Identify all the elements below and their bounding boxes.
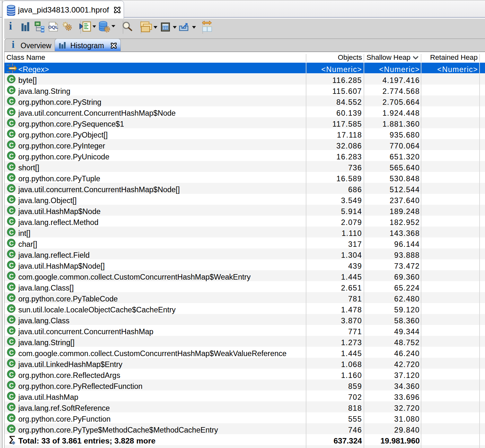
svg-text:C: C [9, 76, 13, 83]
svg-text:C: C [9, 218, 13, 225]
svg-text:C: C [9, 120, 13, 127]
svg-text:C: C [9, 371, 13, 378]
svg-text:C: C [9, 130, 13, 138]
svg-text:C: C [9, 87, 13, 94]
svg-text:C: C [9, 305, 13, 312]
svg-text:C: C [9, 283, 13, 291]
svg-text:C: C [9, 185, 13, 192]
svg-text:C: C [9, 152, 13, 159]
svg-text:C: C [9, 404, 13, 411]
svg-text:C: C [9, 229, 13, 236]
svg-text:C: C [9, 98, 13, 105]
svg-text:C: C [9, 426, 13, 433]
svg-text:C: C [9, 393, 13, 400]
svg-text:C: C [9, 327, 13, 334]
svg-text:C: C [9, 360, 13, 367]
svg-text:C: C [9, 141, 13, 148]
svg-text:C: C [9, 251, 13, 258]
svg-text:C: C [9, 262, 13, 269]
svg-text:i: i [12, 41, 15, 49]
svg-text:C: C [9, 240, 13, 247]
svg-text:C: C [9, 338, 13, 345]
svg-text:C: C [9, 109, 13, 116]
svg-text:C: C [9, 316, 13, 323]
svg-text:C: C [9, 196, 13, 203]
svg-text:C: C [9, 294, 13, 301]
svg-text:C: C [9, 415, 13, 422]
svg-text:C: C [9, 174, 13, 181]
svg-text:OQL: OQL [48, 25, 58, 30]
svg-text:C: C [9, 273, 13, 280]
svg-text:C: C [9, 382, 13, 389]
svg-text:C: C [9, 207, 13, 214]
svg-text:C: C [9, 349, 13, 356]
svg-text:C: C [9, 163, 13, 170]
